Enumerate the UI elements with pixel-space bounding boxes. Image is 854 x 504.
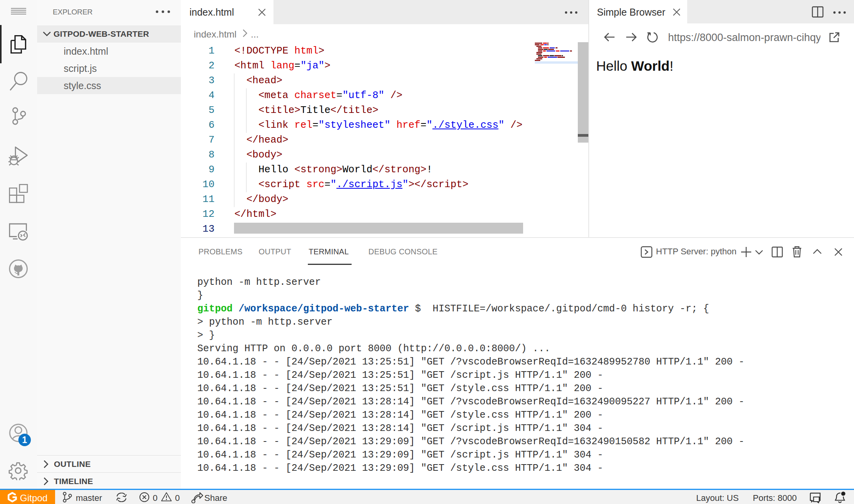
svg-text:1: 1 (22, 435, 27, 445)
